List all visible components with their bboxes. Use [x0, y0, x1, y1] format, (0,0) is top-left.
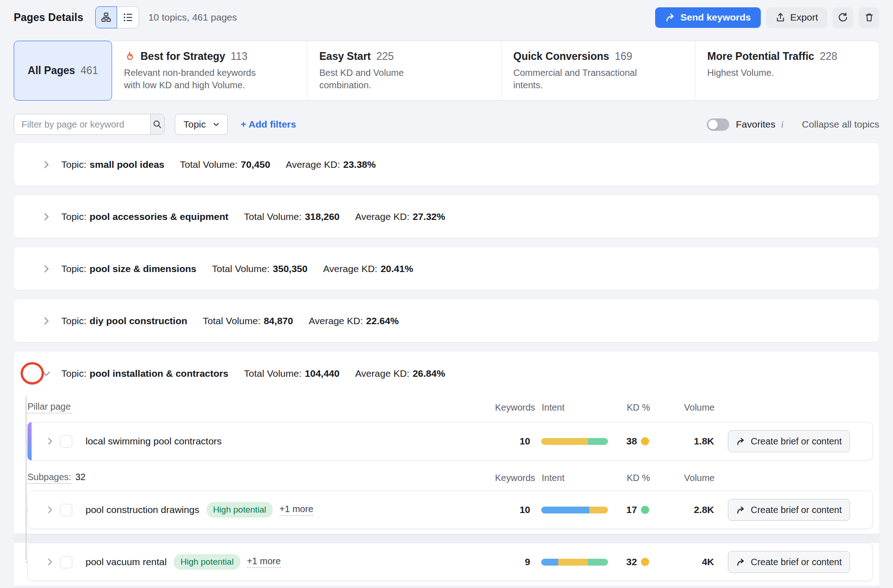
- create-brief-button[interactable]: Create brief or content: [728, 430, 850, 452]
- row-checkbox[interactable]: [60, 504, 72, 516]
- more-badges-link[interactable]: +1 more: [280, 504, 313, 516]
- list-view-button[interactable]: [117, 6, 139, 28]
- create-brief-button[interactable]: Create brief or content: [728, 499, 850, 521]
- tree-view-button[interactable]: [95, 6, 117, 28]
- col-header-volume: Volume: [662, 402, 727, 413]
- pages-details-panel: Pages Details 10 topics, 461 pages Send …: [0, 0, 893, 588]
- row-separator: [14, 534, 879, 543]
- topic-name: pool size & dimensions: [90, 263, 196, 274]
- tab-quick-conversions[interactable]: Quick Conversions 169 Commercial and Tra…: [501, 41, 695, 101]
- tab-best-for-strategy[interactable]: Best for Strategy 113 Relevant non-brand…: [112, 41, 307, 101]
- export-button[interactable]: Export: [766, 7, 827, 28]
- tab-description: Relevant non-branded keywords with low K…: [124, 67, 261, 91]
- refresh-icon: [838, 12, 848, 23]
- pillar-page-label[interactable]: Pillar page: [27, 401, 71, 413]
- collapse-chevron-down-icon[interactable]: [41, 368, 52, 379]
- forward-arrow-icon: [736, 505, 746, 515]
- topic-card-small-pool-ideas: Topic:small pool ideas Total Volume:70,4…: [14, 143, 879, 186]
- col-header-intent: Intent: [537, 473, 620, 483]
- topic-card-pool-installation-expanded: Topic:pool installation & contractors To…: [14, 352, 879, 588]
- topic-average-kd: 23.38%: [343, 159, 376, 170]
- expand-chevron-right-icon[interactable]: [41, 211, 52, 222]
- topic-total-volume: 350,350: [273, 263, 307, 274]
- filter-bar: Topic + Add filters Favorites i Collapse…: [14, 114, 879, 135]
- page-title-link[interactable]: local swimming pool contractors: [86, 436, 222, 447]
- topic-average-kd: 27.32%: [413, 211, 445, 222]
- topic-name: pool accessories & equipment: [90, 211, 228, 222]
- forward-arrow-icon: [736, 437, 746, 446]
- topic-total-volume: 318,260: [305, 211, 339, 222]
- row-checkbox[interactable]: [60, 556, 72, 568]
- col-header-keywords: Keywords: [495, 402, 537, 413]
- create-brief-button[interactable]: Create brief or content: [728, 551, 850, 573]
- subpages-table-header: Subpages: 32 Keywords Intent KD % Volume: [27, 468, 873, 488]
- keywords-count: 10: [495, 436, 537, 447]
- row-checkbox[interactable]: [60, 435, 72, 448]
- favorites-toggle[interactable]: [707, 118, 729, 131]
- strategy-tabs: All Pages 461 Best for Strategy 113 Rele…: [14, 41, 879, 101]
- view-toggle: [95, 6, 139, 28]
- intent-bar: [541, 559, 608, 566]
- keywords-count: 9: [495, 556, 537, 567]
- kd-value: 32: [626, 556, 637, 567]
- favorites-label: Favorites: [736, 119, 775, 130]
- flame-icon: [124, 51, 135, 62]
- topic-card-pool-size: Topic:pool size & dimensions Total Volum…: [14, 247, 879, 290]
- tree-connector-line: [26, 396, 27, 560]
- intent-bar: [541, 438, 608, 445]
- high-potential-badge: High potential: [207, 502, 273, 518]
- volume-value: 1.8K: [662, 436, 727, 447]
- expand-chevron-right-icon[interactable]: [41, 263, 52, 274]
- kd-dot: [641, 506, 649, 514]
- search-icon: [152, 119, 162, 129]
- forward-arrow-icon: [736, 557, 746, 567]
- topic-card-pool-accessories: Topic:pool accessories & equipment Total…: [14, 195, 879, 238]
- page-title-link[interactable]: pool construction drawings: [86, 504, 199, 515]
- trash-icon: [864, 12, 874, 22]
- header-actions: Send keywords Export: [655, 7, 879, 28]
- row-chevron-right-icon[interactable]: [40, 505, 60, 514]
- col-header-intent: Intent: [537, 402, 620, 413]
- row-chevron-right-icon[interactable]: [40, 557, 60, 567]
- kd-value: 38: [626, 436, 637, 447]
- tab-all-pages[interactable]: All Pages 461: [14, 41, 112, 101]
- list-icon: [123, 12, 134, 23]
- row-chevron-right-icon[interactable]: [40, 437, 60, 446]
- export-icon: [775, 12, 785, 22]
- send-keywords-button[interactable]: Send keywords: [655, 7, 761, 28]
- tab-more-potential-traffic[interactable]: More Potential Traffic 228 Highest Volum…: [695, 41, 879, 101]
- chevron-down-icon: [212, 121, 220, 128]
- search-button[interactable]: [150, 114, 164, 134]
- pillar-page-row: local swimming pool contractors 10 38 1.…: [27, 422, 873, 460]
- topic-name: diy pool construction: [90, 315, 188, 326]
- tab-easy-start[interactable]: Easy Start 225 Best KD and Volume combin…: [307, 41, 501, 101]
- search-input[interactable]: [14, 114, 150, 134]
- topic-average-kd: 22.64%: [366, 315, 398, 326]
- subpage-row: pool vacuum rental High potential +1 mor…: [27, 543, 873, 581]
- kd-dot: [641, 558, 649, 566]
- info-icon[interactable]: i: [781, 119, 784, 130]
- col-header-kd: KD %: [620, 473, 662, 483]
- topics-list: Topic:small pool ideas Total Volume:70,4…: [14, 143, 879, 588]
- topic-name: pool installation & contractors: [90, 368, 228, 379]
- delete-button[interactable]: [859, 7, 879, 28]
- topic-total-volume: 104,440: [305, 368, 339, 379]
- more-badges-link[interactable]: +1 more: [247, 556, 281, 568]
- keywords-count: 10: [495, 504, 537, 515]
- filter-bar-right: Favorites i Collapse all topics: [707, 118, 879, 131]
- col-header-keywords: Keywords: [495, 473, 537, 483]
- collapse-all-topics-link[interactable]: Collapse all topics: [802, 119, 879, 130]
- header: Pages Details 10 topics, 461 pages Send …: [14, 6, 879, 28]
- expand-chevron-right-icon[interactable]: [41, 159, 52, 170]
- expand-chevron-right-icon[interactable]: [41, 315, 52, 326]
- tab-description: Highest Volume.: [707, 67, 845, 79]
- add-filters-link[interactable]: + Add filters: [241, 119, 296, 130]
- page-title-link[interactable]: pool vacuum rental: [86, 556, 167, 567]
- search-box: [14, 114, 165, 135]
- topic-total-volume: 84,870: [264, 315, 293, 326]
- subpages-label[interactable]: Subpages:: [27, 472, 71, 484]
- page-title: Pages Details: [14, 11, 83, 24]
- col-header-kd: KD %: [620, 402, 662, 413]
- topic-filter-dropdown[interactable]: Topic: [175, 114, 228, 135]
- refresh-button[interactable]: [833, 7, 853, 28]
